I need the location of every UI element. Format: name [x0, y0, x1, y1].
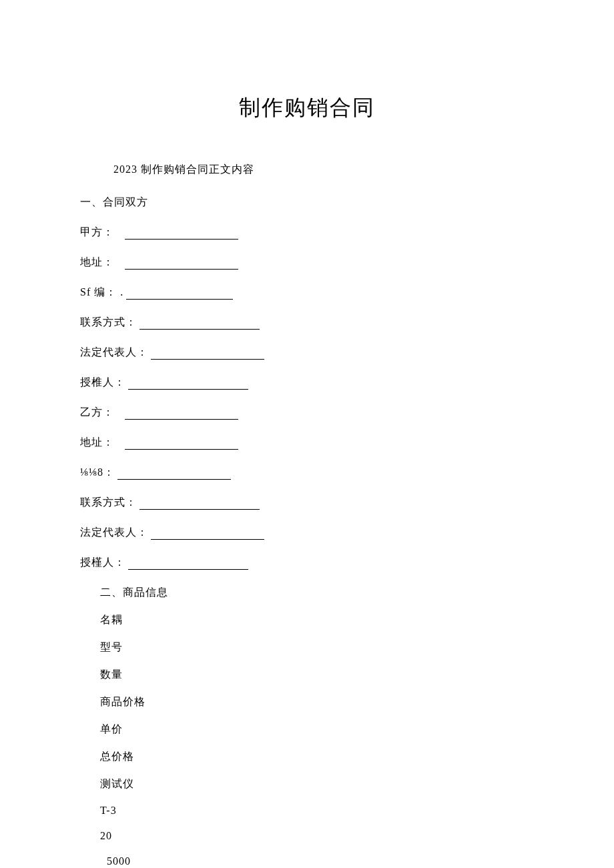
party-a-name-underline — [125, 228, 238, 240]
party-a-address-underline — [125, 258, 238, 270]
party-a-contact-label: 联系方式： — [80, 316, 137, 330]
party-b-legalrep-label: 法定代表人： — [80, 526, 148, 540]
party-b-authorizer-label: 授槿人： — [80, 556, 125, 570]
party-b-address-label: 地址： — [80, 436, 114, 450]
party-a-legalrep-field: 法定代表人： — [80, 346, 534, 360]
party-a-authorizer-underline — [128, 378, 248, 390]
party-b-name-underline — [125, 408, 238, 420]
product-qty-value: 20 — [100, 830, 534, 842]
party-b-address-underline — [125, 438, 238, 450]
party-a-address-label: 地址： — [80, 256, 114, 270]
party-a-sf-label: Sf 编： . — [80, 286, 123, 300]
party-b-legalrep-field: 法定代表人： — [80, 526, 534, 540]
section-2-block: 二、商品信息 名耦 型号 数量 商品价格 单价 总价格 测试仪 T-3 20 — [100, 586, 534, 842]
party-a-name-label: 甲方： — [80, 226, 114, 240]
party-a-sf-field: Sf 编： . — [80, 286, 534, 300]
section-2-heading: 二、商品信息 — [100, 586, 534, 600]
product-model-value: T-3 — [100, 805, 534, 817]
party-a-address-field: 地址： — [80, 256, 534, 270]
party-b-name-field: 乙方： — [80, 406, 534, 420]
party-a-contact-field: 联系方式： — [80, 316, 534, 330]
party-a-legalrep-underline — [151, 348, 264, 360]
product-model-label: 型号 — [100, 640, 534, 655]
section-1-heading: 一、合同双方 — [80, 195, 534, 209]
party-b-legalrep-underline — [151, 528, 264, 540]
document-title: 制作购销合同 — [80, 93, 534, 123]
party-b-code-field: ⅛⅛8： — [80, 466, 534, 480]
product-name-label: 名耦 — [100, 613, 534, 627]
document-subtitle: 2023 制作购销合同正文内容 — [113, 163, 534, 177]
product-price-value: 5000 — [107, 855, 534, 867]
party-a-contact-underline — [139, 318, 260, 330]
product-totalprice-label: 总价格 — [100, 750, 534, 764]
party-a-legalrep-label: 法定代表人： — [80, 346, 148, 360]
product-name-value: 测试仪 — [100, 777, 534, 791]
party-b-contact-label: 联系方式： — [80, 496, 137, 510]
party-b-contact-underline — [139, 498, 260, 510]
party-a-authorizer-field: 授椎人： — [80, 376, 534, 390]
party-a-authorizer-label: 授椎人： — [80, 376, 125, 390]
party-b-authorizer-underline — [128, 558, 248, 570]
product-qty-label: 数量 — [100, 668, 534, 682]
product-price-label: 商品价格 — [100, 695, 534, 709]
party-a-sf-underline — [126, 288, 233, 300]
party-b-name-label: 乙方： — [80, 406, 114, 420]
party-b-authorizer-field: 授槿人： — [80, 556, 534, 570]
party-b-code-label: ⅛⅛8： — [80, 466, 115, 480]
party-b-address-field: 地址： — [80, 436, 534, 450]
party-a-name-field: 甲方： — [80, 226, 534, 240]
party-b-code-underline — [117, 468, 231, 480]
party-b-contact-field: 联系方式： — [80, 496, 534, 510]
document-page: 制作购销合同 2023 制作购销合同正文内容 一、合同双方 甲方： 地址： Sf… — [0, 0, 614, 868]
product-unitprice-label: 单价 — [100, 723, 534, 737]
